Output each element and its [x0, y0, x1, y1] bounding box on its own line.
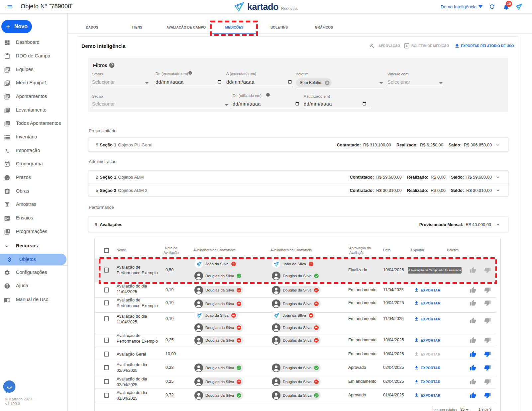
svg-text:$: $ [406, 44, 408, 47]
